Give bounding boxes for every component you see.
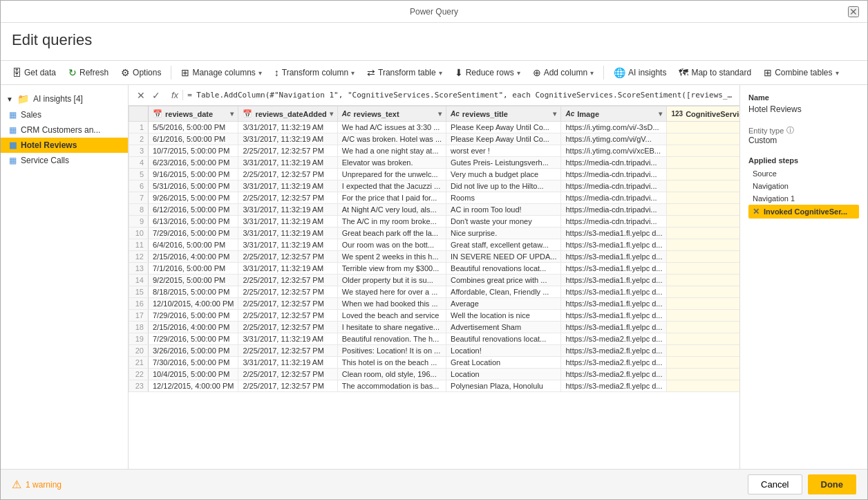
name-section: Name Hotel Reviews	[748, 93, 859, 114]
add-column-button[interactable]: ⊕ Add column ▾	[527, 64, 599, 82]
page-title: Edit queries	[12, 31, 856, 49]
add-column-caret: ▾	[590, 69, 594, 77]
cell-score: 0.328	[667, 133, 739, 145]
sidebar-item-hotel-reviews[interactable]: ▦ Hotel Reviews	[1, 138, 128, 153]
warning-icon: ⚠	[12, 478, 21, 491]
step-navigation1-label: Navigation 1	[753, 194, 795, 203]
formula-confirm-button[interactable]: ✓	[149, 89, 163, 102]
table-icon: ▦	[9, 156, 17, 165]
transform-column-button[interactable]: ↕ Transform column ▾	[269, 64, 360, 82]
done-button[interactable]: Done	[808, 474, 857, 494]
table-row: 22 10/4/2015, 5:00:00 PM 2/25/2017, 12:3…	[129, 369, 740, 380]
get-data-button[interactable]: 🗄 Get data	[6, 64, 62, 82]
formula-cancel-button[interactable]: ✕	[134, 89, 148, 102]
cell-score: 0.577	[667, 345, 739, 357]
cell-image: https://s3-media1.fl.yelpc d...	[561, 286, 667, 298]
cell-score: 0.591	[667, 380, 739, 392]
data-grid-container[interactable]: 📅 reviews_date ▾ 📅 reviews_dateAdded ▾	[129, 106, 739, 469]
refresh-button[interactable]: ↻ Refresh	[63, 64, 114, 82]
step-source[interactable]: Source	[748, 167, 859, 180]
options-button[interactable]: ⚙ Options	[115, 64, 167, 82]
cell-reviews-date: 3/26/2016, 5:00:00 PM	[149, 345, 238, 357]
cell-image: https://s3-media2.fl.yelpc d...	[561, 369, 667, 380]
col-header-image[interactable]: Ac Image ▾	[561, 107, 667, 122]
table-icon: ▦	[9, 125, 17, 135]
cell-reviews-text: This hotel is on the beach ...	[337, 357, 446, 369]
add-column-icon: ⊕	[533, 67, 541, 78]
sidebar-item-hotel-reviews-label: Hotel Reviews	[21, 140, 77, 150]
cell-score: 0.917	[667, 228, 739, 239]
manage-columns-icon: ⊞	[181, 67, 189, 78]
combine-tables-button[interactable]: ⊞ Combine tables ▾	[758, 64, 844, 82]
table-row: 8 6/12/2016, 5:00:00 PM 3/31/2017, 11:32…	[129, 204, 740, 216]
step-invoked-cognitive[interactable]: ✕ Invoked CognitiveSer...	[748, 205, 859, 219]
row-number: 14	[129, 275, 149, 286]
datetime-icon-2: 📅	[243, 109, 252, 118]
sidebar-item-service-calls[interactable]: ▦ Service Calls	[1, 153, 128, 168]
datetime-icon: 📅	[153, 109, 162, 118]
step-navigation[interactable]: Navigation	[748, 180, 859, 192]
cell-reviews-title: Great Location	[446, 357, 561, 369]
sidebar-item-crm[interactable]: ▦ CRM Customers an...	[1, 122, 128, 138]
step-navigation-label: Navigation	[753, 182, 789, 190]
text-icon: Ac	[342, 110, 351, 118]
cell-reviews-dateadded: 2/25/2017, 12:32:57 PM	[238, 251, 337, 263]
cell-reviews-dateadded: 3/31/2017, 11:32:19 AM	[238, 216, 337, 228]
applied-steps-label: Applied steps	[748, 156, 859, 165]
col-filter-reviews-title[interactable]: ▾	[553, 110, 556, 118]
col-header-reviews-dateadded[interactable]: 📅 reviews_dateAdded ▾	[238, 107, 337, 122]
col-header-cognitive-services[interactable]: 123 CognitiveServices.... ▾	[667, 107, 739, 122]
main-area: ▼ 📁 AI insights [4] ▦ Sales ▦ CRM Custom…	[1, 85, 867, 469]
number-icon: 123	[671, 110, 683, 118]
col-name-cognitive: CognitiveServices....	[686, 110, 739, 118]
row-number: 9	[129, 216, 149, 228]
cell-score: 0.497	[667, 122, 739, 133]
cell-reviews-text: When we had booked this ...	[337, 298, 446, 310]
transform-table-label: Transform table	[378, 68, 436, 77]
cell-image: https://i.ytimg.com/vi/-3sD...	[561, 122, 667, 133]
manage-columns-button[interactable]: ⊞ Manage columns ▾	[176, 64, 267, 82]
reduce-rows-button[interactable]: ⬇ Reduce rows ▾	[449, 64, 526, 82]
col-filter-reviews-text[interactable]: ▾	[438, 110, 442, 118]
col-name-reviews-date: reviews_date	[165, 110, 213, 118]
ai-insights-button[interactable]: 🌐 AI insights	[608, 64, 672, 82]
combine-tables-icon: ⊞	[764, 67, 772, 78]
col-header-reviews-title[interactable]: Ac reviews_title ▾	[446, 107, 561, 122]
cell-score: 0.309	[667, 169, 739, 180]
cell-reviews-dateadded: 2/25/2017, 12:32:57 PM	[238, 310, 337, 322]
table-row: 5 9/16/2015, 5:00:00 PM 2/25/2017, 12:32…	[129, 169, 740, 180]
col-filter-reviews-dateadded[interactable]: ▾	[330, 110, 333, 118]
cell-reviews-date: 5/5/2016, 5:00:00 PM	[149, 122, 238, 133]
close-button[interactable]: ✕	[848, 6, 859, 17]
row-number: 12	[129, 251, 149, 263]
cell-reviews-dateadded: 2/25/2017, 12:32:57 PM	[238, 322, 337, 333]
cell-reviews-text: The A/C in my room broke...	[337, 216, 446, 228]
cell-image: https://s3-media1.fl.yelpc d...	[561, 251, 667, 263]
formula-input[interactable]: = Table.AddColumn(#"Navigation 1", "Cogn…	[187, 91, 734, 100]
transform-table-button[interactable]: ⇄ Transform table ▾	[361, 64, 448, 82]
row-number: 18	[129, 322, 149, 333]
applied-steps-list: Source Navigation Navigation 1 ✕ Invoked…	[748, 167, 859, 219]
cell-reviews-dateadded: 3/31/2017, 11:32:19 AM	[238, 357, 337, 369]
col-header-reviews-text[interactable]: Ac reviews_text ▾	[337, 107, 446, 122]
cancel-button[interactable]: Cancel	[748, 474, 802, 494]
cell-reviews-date: 7/29/2016, 5:00:00 PM	[149, 228, 238, 239]
col-header-reviews-date[interactable]: 📅 reviews_date ▾	[149, 107, 238, 122]
map-to-standard-button[interactable]: 🗺 Map to standard	[673, 64, 757, 82]
col-filter-image[interactable]: ▾	[659, 110, 662, 118]
sidebar-item-service-calls-label: Service Calls	[21, 156, 69, 165]
cell-score: 0.794	[667, 357, 739, 369]
step-navigation1[interactable]: Navigation 1	[748, 192, 859, 205]
refresh-label: Refresh	[79, 68, 108, 77]
cell-reviews-text: Unprepared for the unwelc...	[337, 169, 446, 180]
table-row: 21 7/30/2016, 5:00:00 PM 3/31/2017, 11:3…	[129, 357, 740, 369]
col-filter-reviews-date[interactable]: ▾	[230, 110, 234, 118]
sidebar-item-sales[interactable]: ▦ Sales	[1, 107, 128, 122]
row-number: 21	[129, 357, 149, 369]
step-close-icon[interactable]: ✕	[753, 207, 760, 216]
sidebar-group-ai-insights[interactable]: ▼ 📁 AI insights [4]	[1, 91, 128, 107]
cell-reviews-date: 7/30/2016, 5:00:00 PM	[149, 357, 238, 369]
cell-image: https://s3-media1.fl.yelpc d...	[561, 322, 667, 333]
separator-1	[171, 66, 171, 80]
right-panel: Name Hotel Reviews Entity type ⓘ Custom …	[739, 85, 867, 469]
